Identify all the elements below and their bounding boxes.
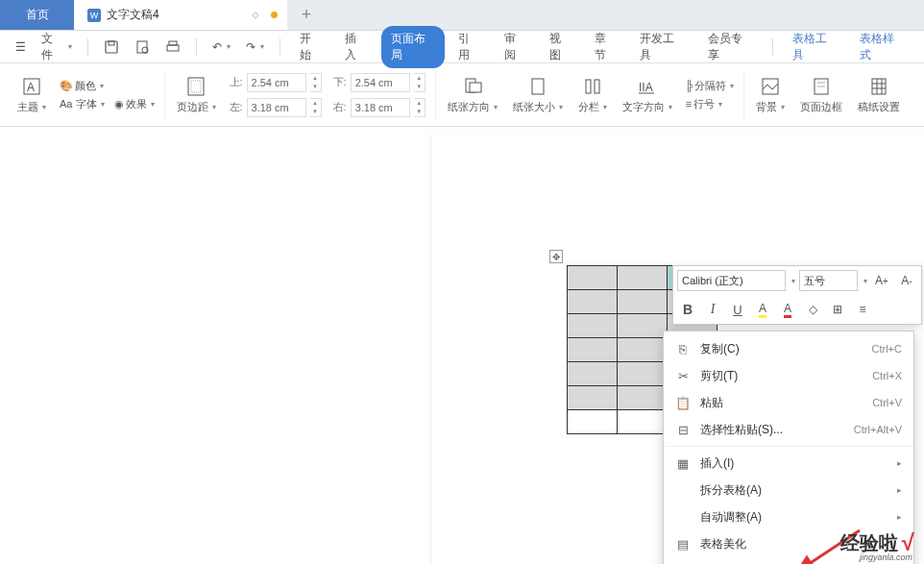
ctx-insert[interactable]: ▦插入(I)▸ [664, 450, 913, 477]
table-cell[interactable] [568, 338, 618, 362]
table-cell[interactable] [568, 314, 618, 338]
background-icon [759, 75, 782, 98]
margin-right-spinner[interactable]: ▲▼ [414, 98, 426, 117]
undo-button[interactable]: ↶▾ [207, 37, 236, 58]
margin-left-spinner[interactable]: ▲▼ [310, 98, 322, 117]
menu-devtools[interactable]: 开发工具 [630, 26, 694, 68]
increase-font-button[interactable]: A+ [871, 270, 892, 291]
save-icon[interactable] [98, 36, 125, 59]
table-move-handle[interactable]: ✥ [549, 250, 563, 263]
menu-chapter[interactable]: 章节 [585, 26, 626, 68]
menu-table-style[interactable]: 表格样式 [850, 26, 914, 68]
table-cell[interactable] [618, 266, 668, 290]
svg-rect-13 [586, 80, 591, 93]
redo-button[interactable]: ↷▾ [240, 37, 270, 58]
ctx-split-table[interactable]: 拆分表格(A)▸ [664, 477, 913, 503]
italic-button[interactable]: I [702, 299, 723, 320]
tab-doc-label: 文字文稿4 [107, 7, 159, 23]
menu-insert[interactable]: 插入 [335, 26, 377, 68]
table-cell[interactable] [618, 410, 668, 434]
svg-rect-5 [169, 41, 177, 45]
page-border-icon [810, 75, 833, 98]
table-cell[interactable] [568, 266, 618, 290]
table-cell[interactable] [618, 290, 668, 314]
ctx-paste[interactable]: 📋粘贴Ctrl+V [664, 389, 913, 416]
borders-button[interactable]: ⊞ [827, 299, 848, 320]
svg-rect-14 [595, 80, 599, 93]
paper-size-button[interactable]: 纸张大小▾ [505, 67, 571, 122]
decrease-font-button[interactable]: A- [896, 270, 917, 291]
align-button[interactable]: ≡ [852, 299, 873, 320]
ctx-copy[interactable]: ⎘复制(C)Ctrl+C [664, 335, 913, 362]
breaks-icon: ╠ [686, 80, 693, 91]
text-direction-button[interactable]: IIA 文字方向▾ [615, 67, 680, 122]
margin-top-input[interactable]: 2.54 cm [247, 73, 306, 92]
table-cell[interactable] [618, 386, 668, 410]
margin-right-label: 右: [333, 100, 347, 114]
file-menu[interactable]: 文件▾ [36, 27, 78, 67]
theme-button[interactable]: A 主题▾ [10, 67, 54, 122]
svg-text:A: A [27, 81, 35, 94]
svg-rect-20 [872, 79, 886, 94]
menu-start[interactable]: 开始 [290, 26, 331, 68]
effect-button[interactable]: ◉效果▾ [114, 97, 155, 111]
chevron-down-icon[interactable]: ▾ [863, 277, 867, 285]
page-border-button[interactable]: 页面边框 [792, 67, 850, 122]
manuscript-button[interactable]: 稿纸设置 [850, 67, 908, 122]
margin-icon [184, 75, 207, 98]
print-preview-icon[interactable] [129, 36, 156, 59]
font-size-input[interactable]: 五号 [799, 270, 858, 291]
highlight-button[interactable]: A [752, 299, 773, 320]
mini-toolbar: Calibri (正文) ▾ 五号 ▾ A+ A- B I U A A ◇ ⊞ … [672, 265, 922, 325]
hamburger-icon[interactable]: ☰ [10, 37, 32, 58]
menu-member[interactable]: 会员专享 [698, 26, 763, 68]
print-icon[interactable] [159, 36, 186, 59]
font-name-input[interactable]: Calibri (正文) [677, 270, 786, 291]
menu-view[interactable]: 视图 [540, 26, 581, 68]
margin-left-input[interactable]: 3.18 cm [247, 98, 306, 117]
menu-table-tools[interactable]: 表格工具 [783, 26, 847, 68]
shading-button[interactable]: ◇ [802, 299, 823, 320]
ctx-auto-adjust[interactable]: 自动调整(A)▸ [664, 503, 913, 530]
ctx-paste-special[interactable]: ⊟选择性粘贴(S)...Ctrl+Alt+V [664, 416, 913, 443]
underline-button[interactable]: U [727, 299, 748, 320]
separator [435, 71, 436, 119]
font-button[interactable]: Aa 字体▾ [60, 97, 105, 111]
color-button[interactable]: 🎨颜色▾ [60, 79, 155, 93]
table-cell[interactable] [618, 338, 668, 362]
columns-button[interactable]: 分栏▾ [571, 67, 615, 122]
bold-button[interactable]: B [677, 299, 698, 320]
chevron-down-icon[interactable]: ▾ [791, 277, 795, 285]
margin-bottom-input[interactable]: 2.54 cm [351, 73, 410, 92]
menu-reference[interactable]: 引用 [449, 26, 490, 68]
svg-rect-4 [167, 45, 179, 51]
table-cell[interactable] [618, 314, 668, 338]
font-color-button[interactable]: A [777, 299, 798, 320]
margin-right-input[interactable]: 3.18 cm [351, 98, 410, 117]
table-cell[interactable] [568, 290, 618, 314]
breaks-button[interactable]: ╠分隔符▾ [686, 79, 735, 93]
tab-home[interactable]: 首页 [0, 0, 74, 30]
table-cell[interactable] [568, 362, 618, 386]
table-cell[interactable] [568, 386, 618, 410]
orientation-button[interactable]: 纸张方向▾ [440, 67, 505, 122]
text-direction-icon: IIA [636, 75, 659, 98]
line-number-button[interactable]: ≡行号▾ [686, 97, 735, 111]
ctx-cut[interactable]: ✂剪切(T)Ctrl+X [664, 362, 913, 389]
submenu-arrow-icon: ▸ [897, 458, 902, 468]
menu-review[interactable]: 审阅 [495, 26, 536, 68]
svg-rect-9 [191, 81, 201, 92]
margin-top-spinner[interactable]: ▲▼ [310, 73, 322, 92]
tab-document[interactable]: W 文字文稿4 [74, 0, 287, 30]
table-cell[interactable] [568, 410, 618, 434]
copy-icon: ⎘ [675, 342, 691, 356]
margin-bottom-spinner[interactable]: ▲▼ [414, 73, 426, 92]
beautify-icon: ▤ [675, 537, 691, 552]
new-tab-button[interactable]: + [287, 0, 326, 30]
background-button[interactable]: 背景▾ [748, 67, 792, 122]
separator [164, 71, 165, 119]
page-margin-button[interactable]: 页边距▾ [169, 67, 224, 122]
menu-page-layout[interactable]: 页面布局 [381, 26, 446, 68]
separator [772, 38, 773, 56]
table-cell[interactable] [618, 362, 668, 386]
